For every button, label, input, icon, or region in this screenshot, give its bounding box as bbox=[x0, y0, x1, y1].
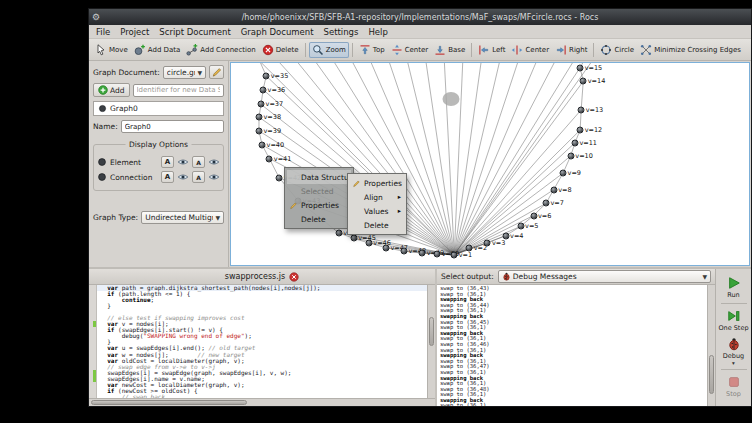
graph-node[interactable]: v=46 bbox=[365, 239, 372, 246]
show-names-eye-icon[interactable] bbox=[177, 156, 189, 168]
context-submenu: PropertiesAlign▸Values▸Delete bbox=[347, 173, 407, 235]
node-label: v=41 bbox=[274, 154, 292, 162]
toolbar-min-cross-button[interactable]: Minimize Crossing Edges bbox=[637, 42, 744, 58]
toolbar-move-button[interactable]: Move bbox=[92, 42, 131, 58]
graph-node[interactable]: v=35 bbox=[263, 72, 270, 79]
graph-node[interactable]: v=3 bbox=[484, 239, 491, 246]
graph-node[interactable]: v=49 bbox=[419, 250, 426, 257]
graph-node[interactable]: v=9 bbox=[560, 170, 567, 177]
name-input[interactable] bbox=[121, 120, 224, 133]
editor-horizontal-scrollbar[interactable] bbox=[89, 398, 435, 406]
debug-button[interactable]: Debug▾ bbox=[716, 334, 751, 367]
close-icon[interactable] bbox=[289, 272, 299, 282]
titlebar[interactable]: ⚙ /home/phoenixx/SFB/SFB-A1-repository/I… bbox=[89, 9, 751, 25]
graph-canvas[interactable]: v=35v=36v=37v=38v=39v=40v=41v=42v=43v=44… bbox=[230, 62, 750, 266]
graph-node[interactable]: v=38 bbox=[255, 114, 262, 121]
add-data-structure-button[interactable]: Add bbox=[93, 83, 130, 97]
context-menu-item-delete[interactable]: Delete bbox=[350, 218, 404, 232]
graph-node[interactable]: v=44 bbox=[335, 229, 342, 236]
graph-node[interactable]: v=50 bbox=[434, 250, 441, 257]
graph-document-value: circle.graph bbox=[167, 68, 196, 77]
graph-node[interactable]: v=5 bbox=[517, 223, 524, 230]
graph-node[interactable]: v=47 bbox=[382, 244, 389, 251]
graph-node[interactable]: v=39 bbox=[255, 127, 262, 134]
circle-icon bbox=[600, 44, 612, 56]
code-editor[interactable]: var path = graph.dijkstra_shortest_path(… bbox=[89, 285, 435, 398]
output-line: swap to (36,1) bbox=[440, 403, 707, 406]
graph-node[interactable]: v=7 bbox=[542, 200, 549, 207]
node-label: v=35 bbox=[271, 71, 289, 79]
graph-node[interactable]: v=2 bbox=[466, 245, 473, 252]
graph-document-combobox[interactable]: circle.graph ▼ bbox=[163, 66, 206, 79]
toolbar-align-base-button[interactable]: Base bbox=[431, 42, 468, 58]
toolbar-align-hcenter-button[interactable]: Center bbox=[508, 42, 552, 58]
graph-node[interactable]: v=4 bbox=[502, 232, 509, 239]
menu-settings[interactable]: Settings bbox=[319, 27, 364, 37]
graph-node[interactable]: v=11 bbox=[571, 139, 578, 146]
graph-type-combobox[interactable]: Undirected Multigraph ▼ bbox=[141, 211, 224, 224]
show-names-button[interactable]: A bbox=[161, 171, 174, 183]
toolbar-align-left-button[interactable]: Left bbox=[475, 42, 508, 58]
toolbar-delete-button[interactable]: Delete bbox=[259, 42, 302, 58]
context-menu-item-delete[interactable]: Delete bbox=[287, 212, 351, 226]
graph-node[interactable]: v=40 bbox=[259, 141, 266, 148]
graph-node[interactable]: v=48 bbox=[401, 248, 408, 255]
menu-project[interactable]: Project bbox=[115, 27, 154, 37]
rocs-window: ⚙ /home/phoenixx/SFB/SFB-A1-repository/I… bbox=[88, 8, 752, 407]
submenu-arrow-icon: ▸ bbox=[392, 207, 401, 215]
editor-vertical-scrollbar[interactable] bbox=[427, 285, 435, 398]
toolbar-align-vcenter-button[interactable]: Center bbox=[388, 42, 432, 58]
scrollbar-thumb[interactable] bbox=[429, 317, 434, 346]
node-label: v=37 bbox=[266, 100, 284, 108]
show-values-button[interactable]: A bbox=[192, 171, 205, 183]
show-values-eye-icon[interactable] bbox=[208, 156, 220, 168]
code-area[interactable]: var path = graph.dijkstra_shortest_path(… bbox=[89, 285, 427, 398]
run-button[interactable]: Run bbox=[716, 273, 751, 301]
output-vertical-scrollbar[interactable] bbox=[707, 285, 715, 406]
graph-node[interactable]: v=45 bbox=[350, 235, 357, 242]
menu-help[interactable]: Help bbox=[363, 27, 392, 37]
one-step-button[interactable]: One Step bbox=[716, 306, 751, 334]
toolbar-align-right-button[interactable]: Right bbox=[552, 42, 590, 58]
run-controls: RunOne StepDebug▾Stop bbox=[715, 269, 751, 406]
show-values-eye-icon[interactable] bbox=[208, 171, 220, 183]
context-menu-item-align[interactable]: Align▸ bbox=[350, 190, 404, 204]
context-menu-item-properties[interactable]: Properties bbox=[287, 198, 351, 212]
graph-node[interactable]: v=13 bbox=[578, 106, 585, 113]
output-type-combobox[interactable]: Debug Messages ▼ bbox=[498, 270, 711, 283]
edit-icon bbox=[289, 201, 298, 210]
data-structure-tree-item[interactable]: Graph0 bbox=[93, 101, 224, 116]
identifier-input[interactable] bbox=[133, 84, 224, 97]
context-menu-item-properties[interactable]: Properties bbox=[350, 176, 404, 190]
graph-node[interactable]: v=42 bbox=[276, 174, 283, 181]
menu-script-document[interactable]: Script Document bbox=[154, 27, 235, 37]
show-names-eye-icon[interactable] bbox=[177, 171, 189, 183]
edit-document-button[interactable] bbox=[209, 65, 224, 79]
toolbar-zoom-button[interactable]: Zoom bbox=[309, 42, 349, 58]
menu-file[interactable]: File bbox=[91, 27, 115, 37]
graph-node[interactable]: v=8 bbox=[550, 186, 557, 193]
graph-node[interactable]: v=15 bbox=[577, 64, 584, 71]
graph-node[interactable]: v=37 bbox=[258, 101, 265, 108]
toolbar-add-edge-button[interactable]: Add Connection bbox=[183, 42, 258, 58]
menu-graph-document[interactable]: Graph Document bbox=[236, 27, 319, 37]
graph-node[interactable]: v=6 bbox=[530, 212, 537, 219]
debug-output-list[interactable]: swap to (36,43)swap to (36,1)swapping ba… bbox=[437, 285, 707, 406]
show-names-button[interactable]: A bbox=[161, 156, 174, 168]
context-menu-item-data-structure[interactable]: Data Structure▸ bbox=[287, 170, 351, 184]
scrollbar-thumb[interactable] bbox=[709, 355, 714, 394]
graph-node[interactable]: v=1 bbox=[451, 251, 458, 258]
graph-node[interactable]: v=41 bbox=[266, 155, 273, 162]
name-row: Name: bbox=[93, 120, 224, 133]
toolbar-align-top-button[interactable]: Top bbox=[356, 42, 388, 58]
context-menu-item-values[interactable]: Values▸ bbox=[350, 204, 404, 218]
graph-node[interactable]: v=12 bbox=[577, 127, 584, 134]
script-tab[interactable]: swapprocess.js bbox=[225, 272, 299, 282]
show-values-button[interactable]: A bbox=[192, 156, 205, 168]
toolbar-add-node-button[interactable]: Add Data bbox=[131, 42, 184, 58]
graph-node[interactable]: v=36 bbox=[260, 86, 267, 93]
toolbar-circle-button[interactable]: Circle bbox=[597, 42, 637, 58]
graph-node[interactable]: v=14 bbox=[580, 78, 587, 85]
scrollbar-thumb[interactable] bbox=[91, 400, 247, 405]
graph-node[interactable]: v=10 bbox=[567, 152, 574, 159]
